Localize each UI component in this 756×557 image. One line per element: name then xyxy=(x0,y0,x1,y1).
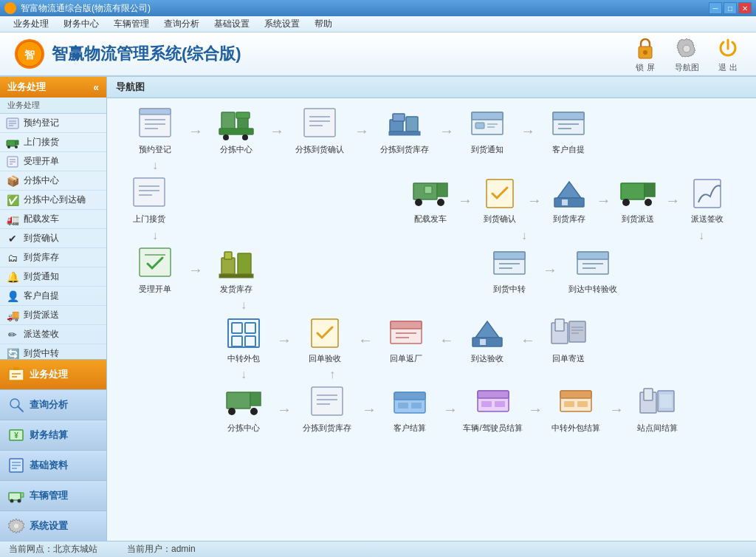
node-sort-stock-label: 分拣到货库存 xyxy=(380,144,429,154)
node-arrival-stock[interactable]: 到货库存 xyxy=(542,175,597,224)
node-sort-top[interactable]: 分拣中心 xyxy=(203,106,269,154)
node-station-settle[interactable]: 站点间结算 xyxy=(624,384,690,433)
svg-marker-73 xyxy=(557,182,581,198)
svg-point-70 xyxy=(437,199,444,206)
node-transit-check[interactable]: 到达中转验收 xyxy=(557,245,628,294)
sort-arrival-icon: ✅ xyxy=(6,194,19,206)
arrow-sort-b-stock: → xyxy=(277,400,292,418)
sidebar-item-sign[interactable]: ✏ 派送签收 xyxy=(0,325,106,344)
node-sort-confirm-label: 分拣到货确认 xyxy=(295,144,344,154)
node-send-stock-label: 发货库存 xyxy=(220,284,252,294)
node-delivery[interactable]: 到货派送 xyxy=(611,175,665,224)
svg-rect-29 xyxy=(9,493,21,500)
flow-diagram: 预约登记 → xyxy=(114,106,735,519)
node-return-factory[interactable]: 回单返厂 xyxy=(373,315,439,363)
nav-group-settings[interactable]: 系统设置 xyxy=(0,510,106,541)
sidebar-item-arrival-confirm[interactable]: ✔ 到货确认 xyxy=(0,229,106,248)
svg-rect-96 xyxy=(232,323,242,333)
sidebar-item-notify[interactable]: 🔔 到货通知 xyxy=(0,267,106,287)
menu-system[interactable]: 系统设置 xyxy=(257,16,307,32)
sidebar-item-delivery[interactable]: 🚚 到货派送 xyxy=(0,306,106,325)
menu-base[interactable]: 基础设置 xyxy=(207,16,257,32)
menu-vehicle[interactable]: 车辆管理 xyxy=(106,16,157,32)
transit-icon: 🔄 xyxy=(6,348,19,360)
close-button[interactable]: ✕ xyxy=(738,2,752,14)
arrow-h-5: → xyxy=(520,122,535,140)
svg-text:¥: ¥ xyxy=(14,431,18,440)
svg-marker-68 xyxy=(437,183,447,197)
minimize-button[interactable]: ─ xyxy=(709,2,722,14)
svg-rect-81 xyxy=(140,248,171,276)
node-transit-arrival[interactable]: 到货中转 xyxy=(476,245,543,294)
svg-rect-86 xyxy=(219,274,253,278)
svg-rect-83 xyxy=(221,258,235,274)
node-sort-stock[interactable]: 分拣到货库存 xyxy=(369,106,439,154)
node-arrival-confirm[interactable]: 到货确认 xyxy=(472,175,527,224)
arrow-check-send: ← xyxy=(520,331,535,349)
node-return-send[interactable]: 回单寄送 xyxy=(535,315,602,363)
node-sort-confirm[interactable]: 分拣到货确认 xyxy=(284,106,354,154)
svg-rect-118 xyxy=(312,387,343,415)
node-outsource-settle[interactable]: 中转外包结算 xyxy=(543,384,609,433)
sidebar-item-transit[interactable]: 🔄 到货中转 xyxy=(0,344,106,359)
sidebar-item-booking[interactable]: 预约登记 xyxy=(0,114,106,133)
sidebar-item-dispatch[interactable]: 🚛 配载发车 xyxy=(0,210,106,229)
nav-group-finance[interactable]: ¥ 财务结算 xyxy=(0,420,106,450)
sidebar-item-stock[interactable]: 🗂 到货库存 xyxy=(0,248,106,267)
node-send-stock[interactable]: 发货库存 xyxy=(203,245,269,294)
sidebar-item-sort-arrival[interactable]: ✅ 分拣中心到达确 xyxy=(0,191,106,210)
sidebar-item-stock-label: 到货库存 xyxy=(24,251,59,264)
svg-point-44 xyxy=(223,134,229,140)
sidebar-item-sort[interactable]: 📦 分拣中心 xyxy=(0,171,106,191)
nav-group-query[interactable]: 查询分析 xyxy=(0,389,106,420)
menu-business[interactable]: 业务处理 xyxy=(6,16,56,32)
logout-button[interactable]: 退 出 xyxy=(715,35,741,73)
sidebar-item-pickup[interactable]: 上门接货 xyxy=(0,133,106,152)
sidebar-collapse-icon[interactable]: « xyxy=(93,81,99,93)
svg-rect-17 xyxy=(9,369,24,380)
menu-query[interactable]: 查询分析 xyxy=(157,16,207,32)
nav-group-business[interactable]: 业务处理 xyxy=(0,359,106,389)
sidebar-item-self-pickup[interactable]: 👤 客户自提 xyxy=(0,287,106,306)
v-arrow-pickup: ↓ xyxy=(122,229,188,242)
node-vehicle-settle[interactable]: 车辆/驾驶员结算 xyxy=(458,384,528,433)
svg-marker-105 xyxy=(475,321,499,338)
node-sort-bottom[interactable]: 分拣中心 xyxy=(210,384,277,433)
maximize-button[interactable]: □ xyxy=(724,2,737,14)
nav-group-finance-label: 财务结算 xyxy=(30,428,68,442)
dispatch-icon: 🚛 xyxy=(6,213,19,225)
svg-marker-77 xyxy=(645,183,655,197)
node-dispatch-car[interactable]: 配载发车 xyxy=(403,175,458,224)
arrow-delivery-sign: → xyxy=(665,192,680,210)
node-return-verify[interactable]: 回单验收 xyxy=(292,315,358,363)
v-arrow-sign: ↓ xyxy=(668,229,735,242)
node-sort-stock-bottom[interactable]: 分拣到货库存 xyxy=(292,384,362,433)
main-layout: 业务处理 « 业务处理 预约登记 上门接货 受理开单 xyxy=(0,77,756,541)
node-accept-order[interactable]: 受理开单 xyxy=(122,245,188,294)
query-nav-icon xyxy=(7,396,25,414)
node-outsource[interactable]: 中转外包 xyxy=(210,315,277,363)
svg-rect-84 xyxy=(224,252,232,259)
node-transit-arrival-label: 到货中转 xyxy=(493,284,526,294)
svg-point-117 xyxy=(250,408,258,415)
sidebar-item-order[interactable]: 受理开单 xyxy=(0,152,106,171)
sign-icon: ✏ xyxy=(6,329,19,341)
node-booking[interactable]: 预约登记 xyxy=(122,106,188,154)
nav-group-vehicle[interactable]: 车辆管理 xyxy=(0,480,106,510)
node-self-pickup[interactable]: 客户自提 xyxy=(535,106,602,154)
node-sort-top-label: 分拣中心 xyxy=(220,144,252,154)
node-pickup[interactable]: 上门接货 xyxy=(122,175,176,224)
node-customer-settle[interactable]: 客户结算 xyxy=(377,384,443,433)
arrow-b-stock-settle: → xyxy=(362,400,377,418)
node-arrival-check[interactable]: 到达验收 xyxy=(454,315,520,363)
node-sign[interactable]: 派送签收 xyxy=(680,175,735,224)
menu-finance[interactable]: 财务中心 xyxy=(56,16,106,32)
lock-screen-button[interactable]: 锁 屏 xyxy=(632,35,659,73)
nav-group-settings-label: 系统设置 xyxy=(30,519,68,533)
node-arrival-notify[interactable]: 到货通知 xyxy=(454,106,520,154)
nav-group-base[interactable]: 基础资料 xyxy=(0,450,106,480)
navigation-button[interactable]: 导航图 xyxy=(673,35,700,73)
sidebar-item-sort-arrival-label: 分拣中心到达确 xyxy=(24,194,86,206)
menu-help[interactable]: 帮助 xyxy=(307,16,340,32)
node-dispatch-car-label: 配载发车 xyxy=(414,213,447,224)
